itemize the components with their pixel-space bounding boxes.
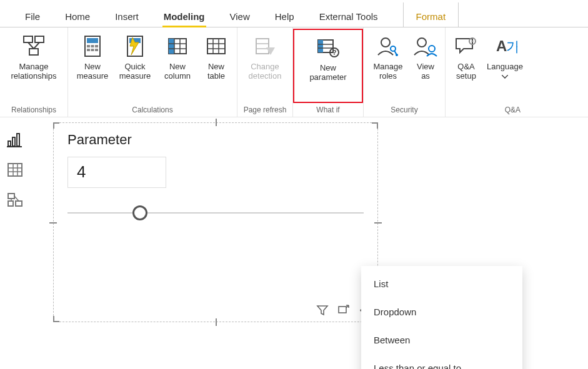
svg-rect-44 (17, 134, 19, 146)
new-parameter-button[interactable]: ? New parameter (299, 32, 357, 82)
svg-rect-5 (87, 45, 90, 47)
parameter-slider[interactable] (67, 205, 364, 220)
svg-rect-42 (8, 141, 11, 146)
slicer-type-option[interactable]: List (361, 270, 522, 298)
group-page-refresh: Change detection Page refresh (237, 27, 293, 117)
new-measure-button[interactable]: New measure (73, 31, 112, 81)
ribbon: Manage relationships Relationships New m… (0, 27, 588, 117)
manage-roles-button[interactable]: Manage roles (369, 31, 407, 81)
resize-handle[interactable] (216, 119, 217, 126)
parameter-visual[interactable]: Parameter 4 (53, 122, 378, 322)
change-detection-label: Change detection (244, 62, 286, 81)
language-icon: A가 (492, 34, 517, 59)
slider-thumb[interactable] (132, 205, 147, 220)
group-calculations-label: Calculations (73, 103, 232, 117)
new-column-icon (165, 34, 190, 59)
filter-icon[interactable] (316, 304, 329, 317)
new-column-label: New column (159, 62, 196, 81)
tab-home[interactable]: Home (52, 2, 102, 27)
quick-measure-label: Quick measure (117, 62, 153, 81)
svg-text:?: ? (332, 49, 337, 56)
resize-handle[interactable] (53, 122, 59, 129)
tab-modeling[interactable]: Modeling (151, 2, 217, 27)
group-calculations: New measure Quick measure New column New… (68, 27, 237, 117)
new-parameter-label: New parameter (301, 64, 356, 82)
svg-rect-19 (207, 39, 225, 54)
model-view-icon[interactable] (7, 192, 23, 207)
focus-mode-icon[interactable] (337, 304, 350, 317)
resize-handle[interactable] (372, 122, 378, 129)
slider-track (67, 212, 364, 214)
manage-roles-label: Manage roles (370, 62, 406, 81)
svg-rect-24 (256, 39, 269, 54)
slicer-type-option[interactable]: Between (361, 326, 522, 354)
resize-handle[interactable] (216, 318, 217, 326)
tab-format[interactable]: Format (403, 2, 459, 27)
resize-handle[interactable] (49, 222, 57, 224)
svg-rect-2 (29, 49, 38, 55)
svg-rect-14 (169, 39, 174, 54)
group-page-refresh-label: Page refresh (242, 103, 287, 117)
svg-rect-53 (8, 201, 13, 206)
relationships-icon (21, 34, 46, 59)
calculator-icon (80, 34, 105, 59)
svg-rect-54 (339, 307, 346, 313)
tab-external-tools[interactable]: External Tools (307, 2, 391, 27)
svg-rect-10 (95, 49, 98, 51)
resize-handle[interactable] (53, 316, 59, 322)
slicer-type-option[interactable]: Less than or equal to (361, 354, 522, 369)
view-switcher (0, 122, 30, 207)
report-canvas[interactable]: Parameter 4 ListDropdownBetweenLess than… (53, 122, 588, 369)
svg-rect-43 (12, 137, 15, 146)
group-security: Manage roles View as Security (364, 27, 446, 117)
svg-rect-0 (24, 36, 32, 42)
view-as-button[interactable]: View as (411, 31, 440, 81)
svg-point-39 (472, 41, 474, 42)
svg-rect-1 (35, 36, 44, 42)
tab-help[interactable]: Help (262, 2, 307, 27)
svg-point-33 (381, 38, 390, 47)
svg-rect-7 (95, 45, 98, 47)
change-detection-button: Change detection (242, 31, 287, 81)
resize-handle[interactable] (374, 222, 382, 224)
slicer-type-option[interactable]: Dropdown (361, 298, 522, 326)
language-button[interactable]: A가 Language (486, 31, 524, 81)
slicer-type-menu: ListDropdownBetweenLess than or equal to… (361, 266, 522, 369)
parameter-value-input[interactable]: 4 (67, 157, 166, 188)
svg-rect-28 (318, 40, 323, 52)
group-what-if-label: What if (293, 103, 363, 117)
manage-relationships-label: Manage relationships (6, 62, 61, 81)
quick-measure-button[interactable]: Quick measure (116, 31, 154, 81)
new-table-icon (204, 34, 229, 59)
report-view-icon[interactable] (7, 132, 23, 147)
qa-setup-icon (454, 34, 479, 59)
manage-roles-icon (376, 34, 401, 59)
view-as-label: View as (412, 62, 439, 81)
new-parameter-icon: ? (316, 35, 341, 60)
svg-rect-6 (91, 45, 94, 47)
group-relationships-label: Relationships (5, 103, 62, 117)
visual-title: Parameter (54, 123, 377, 150)
view-as-icon (413, 34, 438, 59)
new-table-button[interactable]: New table (201, 31, 232, 81)
group-security-label: Security (369, 103, 440, 117)
group-relationships: Manage relationships Relationships (0, 27, 68, 117)
svg-text:가: 가 (506, 39, 517, 54)
manage-relationships-button[interactable]: Manage relationships (5, 31, 62, 81)
svg-rect-4 (87, 38, 98, 43)
ribbon-tabs: File Home Insert Modeling View Help Exte… (0, 0, 588, 27)
quick-measure-icon (122, 34, 147, 59)
svg-rect-52 (16, 201, 22, 206)
group-qa-label: Q&A (451, 103, 524, 117)
tab-insert[interactable]: Insert (102, 2, 151, 27)
qa-setup-button[interactable]: Q&A setup (451, 31, 482, 81)
new-table-label: New table (202, 62, 231, 81)
data-view-icon[interactable] (7, 162, 23, 177)
tab-view[interactable]: View (217, 2, 262, 27)
language-label: Language (487, 62, 523, 81)
tab-file[interactable]: File (12, 2, 52, 27)
group-qa: Q&A setup A가 Language Q&A (446, 27, 529, 117)
new-column-button[interactable]: New column (158, 31, 197, 81)
svg-point-37 (429, 46, 435, 52)
qa-setup-label: Q&A setup (452, 62, 481, 81)
